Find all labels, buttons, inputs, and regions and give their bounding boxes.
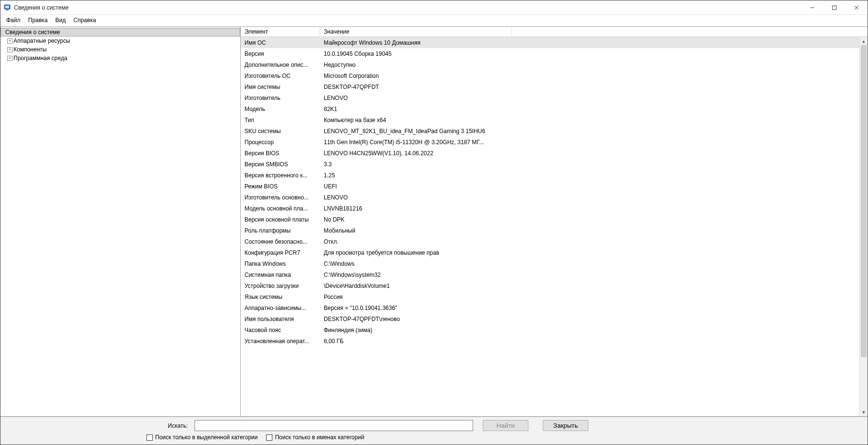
cell-element: Изготовитель основно... xyxy=(241,193,320,202)
cell-value: 11th Gen Intel(R) Core(TM) i5-11320H @ 3… xyxy=(320,137,868,147)
cell-element: Модель основной пла... xyxy=(241,204,320,213)
table-row[interactable]: Имя ОСМайкрософт Windows 10 Домашняя xyxy=(241,37,868,48)
table-row[interactable]: Версия основной платыNo DPK xyxy=(241,214,868,225)
cell-value: DESKTOP-47QPFDT\леново xyxy=(320,314,868,324)
cell-value: Версия = "10.0.19041.3636" xyxy=(320,303,868,313)
cell-element: Имя пользователя xyxy=(241,314,320,324)
menu-edit[interactable]: Правка xyxy=(24,15,52,26)
maximize-button[interactable] xyxy=(823,0,845,15)
cell-element: Версия встроенного к... xyxy=(241,171,320,180)
details-body: Имя ОСМайкрософт Windows 10 ДомашняяВерс… xyxy=(241,37,868,416)
minimize-button[interactable] xyxy=(801,0,823,15)
menu-file[interactable]: Файл xyxy=(2,15,24,26)
cell-value: 1.25 xyxy=(320,171,868,180)
cell-value: 10.0.19045 Сборка 19045 xyxy=(320,49,868,59)
table-row[interactable]: Изготовитель основно...LENOVO xyxy=(241,192,868,203)
tree-item[interactable]: +Аппаратные ресурсы xyxy=(0,37,240,45)
table-row[interactable]: Версия BIOSLENOVO H4CN25WW(V1.10), 14.06… xyxy=(241,148,868,159)
cell-element: Версия SMBIOS xyxy=(241,160,320,169)
table-row[interactable]: Конфигурация PCR7Для просмотра требуется… xyxy=(241,247,868,258)
table-row[interactable]: Режим BIOSUEFI xyxy=(241,181,868,192)
scroll-thumb[interactable] xyxy=(861,45,867,357)
tree-item[interactable]: +Компоненты xyxy=(0,45,240,54)
main-content: Сведения о системе +Аппаратные ресурсы+К… xyxy=(0,26,868,417)
vertical-scrollbar[interactable]: ▲ ▼ xyxy=(859,37,868,416)
search-label: Искать: xyxy=(4,422,192,429)
close-search-button[interactable]: Закрыть xyxy=(543,420,588,431)
table-row[interactable]: Часовой поясФинляндия (зима) xyxy=(241,324,868,335)
checkbox-selected-category[interactable]: Поиск только в выделенной категории xyxy=(147,434,257,441)
cell-element: Системная папка xyxy=(241,270,320,280)
cell-value: Мобильный xyxy=(320,226,868,235)
table-row[interactable]: Имя системыDESKTOP-47QPFDT xyxy=(241,81,868,92)
cell-element: Устройство загрузки xyxy=(241,281,320,291)
menu-view[interactable]: Вид xyxy=(51,15,70,26)
table-row[interactable]: ИзготовительLENOVO xyxy=(241,92,868,103)
table-row[interactable]: Модель82K1 xyxy=(241,103,868,114)
cell-element: SKU системы xyxy=(241,126,320,136)
table-row[interactable]: Устройство загрузки\Device\HarddiskVolum… xyxy=(241,280,868,291)
cell-element: Аппаратно-зависимы... xyxy=(241,303,320,313)
scroll-track[interactable] xyxy=(860,45,868,408)
cell-value: Недоступно xyxy=(320,60,868,70)
expander-icon[interactable]: + xyxy=(7,38,12,44)
cell-element: Имя ОС xyxy=(241,38,320,48)
details-header: Элемент Значение xyxy=(241,27,868,37)
svg-rect-1 xyxy=(5,6,9,8)
table-row[interactable]: Изготовитель ОСMicrosoft Corporation xyxy=(241,70,868,81)
tree-item-label: Сведения о системе xyxy=(5,29,60,36)
cell-element: Роль платформы xyxy=(241,226,320,235)
checkbox-label: Поиск только в именах категорий xyxy=(275,434,364,441)
table-row[interactable]: SKU системыLENOVO_MT_82K1_BU_idea_FM_Ide… xyxy=(241,125,868,136)
find-button[interactable]: Найти xyxy=(483,420,528,431)
cell-element: Имя системы xyxy=(241,82,320,92)
table-row[interactable]: Версия SMBIOS3.3 xyxy=(241,159,868,170)
tree-item-system-summary[interactable]: Сведения о системе xyxy=(0,28,240,37)
table-row[interactable]: Версия встроенного к...1.25 xyxy=(241,170,868,181)
svg-rect-2 xyxy=(6,10,9,11)
cell-element: Изготовитель xyxy=(241,93,320,103)
table-row[interactable]: Роль платформыМобильный xyxy=(241,225,868,236)
menu-help[interactable]: Справка xyxy=(70,15,100,26)
table-row[interactable]: Процессор11th Gen Intel(R) Core(TM) i5-1… xyxy=(241,136,868,148)
scroll-up-arrow[interactable]: ▲ xyxy=(860,37,868,45)
expander-icon[interactable]: + xyxy=(7,56,12,61)
cell-element: Версия основной платы xyxy=(241,215,320,224)
cell-element: Режим BIOS xyxy=(241,182,320,191)
checkbox-box-icon xyxy=(147,434,153,441)
column-header-element[interactable]: Элемент xyxy=(241,27,320,37)
cell-element: Модель xyxy=(241,104,320,114)
table-row[interactable]: Модель основной пла...LNVNB161216 xyxy=(241,203,868,214)
column-header-value[interactable]: Значение xyxy=(320,27,512,37)
tree-pane[interactable]: Сведения о системе +Аппаратные ресурсы+К… xyxy=(0,27,241,416)
table-row[interactable]: Папка WindowsC:\Windows xyxy=(241,258,868,269)
expander-icon[interactable]: + xyxy=(7,47,12,52)
table-row[interactable]: Имя пользователяDESKTOP-47QPFDT\леново xyxy=(241,313,868,324)
table-row[interactable]: Аппаратно-зависимы...Версия = "10.0.1904… xyxy=(241,302,868,313)
cell-element: Папка Windows xyxy=(241,259,320,269)
checkbox-label: Поиск только в выделенной категории xyxy=(155,434,257,441)
cell-element: Конфигурация PCR7 xyxy=(241,248,320,258)
cell-value: \Device\HarddiskVolume1 xyxy=(320,281,868,291)
scroll-down-arrow[interactable]: ▼ xyxy=(860,408,868,416)
checkbox-names-only[interactable]: Поиск только в именах категорий xyxy=(266,434,364,441)
table-row[interactable]: Состояние безопасно...Откл. xyxy=(241,236,868,247)
table-row[interactable]: Язык системыРоссия xyxy=(241,291,868,302)
tree-item[interactable]: +Программная среда xyxy=(0,54,240,62)
cell-value: UEFI xyxy=(320,182,868,191)
table-row[interactable]: ТипКомпьютер на базе x64 xyxy=(241,114,868,125)
app-icon xyxy=(3,4,11,12)
tree-item-label: Аппаратные ресурсы xyxy=(13,37,70,44)
close-button[interactable] xyxy=(845,0,868,15)
cell-value: Финляндия (зима) xyxy=(320,325,868,335)
details-rows[interactable]: Имя ОСМайкрософт Windows 10 ДомашняяВерс… xyxy=(241,37,868,416)
tree-item-label: Компоненты xyxy=(13,46,47,53)
table-row[interactable]: Дополнительное опис...Недоступно xyxy=(241,59,868,70)
table-row[interactable]: Системная папкаC:\Windows\system32 xyxy=(241,269,868,280)
table-row[interactable]: Установленная операт...8,00 ГБ xyxy=(241,335,868,346)
search-input[interactable] xyxy=(195,420,473,431)
cell-value: C:\Windows\system32 xyxy=(320,270,868,280)
cell-value: 82K1 xyxy=(320,104,868,114)
table-row[interactable]: Версия10.0.19045 Сборка 19045 xyxy=(241,48,868,59)
cell-element: Часовой пояс xyxy=(241,325,320,335)
